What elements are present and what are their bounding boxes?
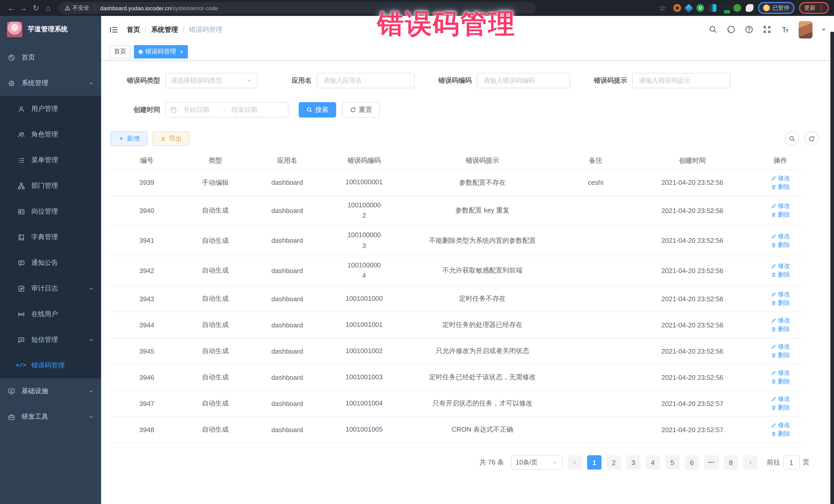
extension-icon-orange[interactable] (673, 4, 681, 12)
app-name-input[interactable] (318, 73, 413, 88)
user-avatar[interactable] (798, 21, 812, 38)
page-size-select[interactable]: 10条/页 (511, 456, 563, 470)
profile-paused-badge[interactable]: 已暂停 (758, 2, 794, 14)
error-hint-input[interactable] (634, 73, 729, 88)
sidebar-item-sms[interactable]: 短信管理 (0, 327, 101, 353)
extension-icon-on-badge[interactable]: on (721, 4, 729, 12)
edit-button[interactable]: 修改 (771, 343, 790, 351)
edit-button[interactable]: 修改 (771, 290, 790, 299)
sidebar-item-label: 首页 (22, 53, 35, 62)
sidebar-item-audit-log[interactable]: 审计日志 (0, 276, 101, 301)
page-button-1[interactable]: 1 (587, 456, 601, 470)
extension-icon-squares[interactable] (709, 4, 717, 12)
delete-button[interactable]: 删除 (771, 430, 790, 439)
error-type-select[interactable]: 请选择错误码类型 (165, 73, 258, 88)
edit-button[interactable]: 修改 (771, 232, 790, 241)
delete-button[interactable]: 删除 (771, 325, 790, 334)
delete-button[interactable]: 删除 (771, 377, 790, 386)
fullscreen-icon[interactable] (763, 25, 771, 34)
edit-button[interactable]: 修改 (771, 395, 790, 404)
page-button-6[interactable]: 6 (685, 456, 699, 470)
sidebar-item-org-tree[interactable]: 部门管理 (0, 173, 101, 199)
tag-error-code[interactable]: 错误码管理 × (134, 45, 188, 58)
refresh-table-icon[interactable] (804, 131, 819, 146)
edit-button[interactable]: 修改 (771, 421, 790, 430)
extension-icon-gem[interactable] (684, 4, 693, 12)
sidebar-item-dictionary[interactable]: 字典管理 (0, 224, 101, 250)
tag-home[interactable]: 首页 (109, 45, 131, 58)
forward-icon[interactable]: → (18, 4, 30, 12)
help-icon[interactable] (745, 25, 753, 34)
edit-button[interactable]: 修改 (771, 262, 790, 271)
bookmark-star-icon[interactable]: ☆ (656, 3, 669, 13)
sidebar-item-announcement[interactable]: 通知公告 (0, 250, 101, 276)
browser-menu-icon: ⋮ (818, 5, 824, 11)
breadcrumb-system[interactable]: 系统管理 (151, 25, 178, 34)
cell-hint: CRON 表达式不正确 (401, 417, 564, 443)
sidebar-item-id-badge[interactable]: 岗位管理 (0, 199, 101, 224)
sidebar-item-error-code[interactable]: </>错误码管理 (0, 353, 101, 378)
page-ellipsis[interactable]: ••• (704, 456, 719, 470)
export-button[interactable]: 导出 (152, 131, 190, 146)
address-bar[interactable]: 不安全 dashboard.yudao.iocoder.cn/system/er… (59, 2, 536, 14)
edit-button[interactable]: 修改 (771, 202, 790, 211)
header-search-icon[interactable] (709, 25, 718, 34)
delete-button[interactable]: 删除 (771, 271, 790, 280)
extension-icon-green-v[interactable]: V (697, 4, 704, 12)
show-search-toggle-icon[interactable] (785, 131, 799, 146)
extension-icon-key[interactable] (733, 4, 741, 12)
goto-page-input[interactable] (783, 456, 799, 470)
profile-avatar (763, 5, 770, 11)
date-range-picker[interactable]: - (165, 102, 288, 117)
edit-button[interactable]: 修改 (771, 369, 790, 377)
close-tag-icon[interactable]: × (180, 48, 183, 55)
user-menu-caret-icon[interactable] (822, 28, 826, 32)
sidebar-item-menu-list[interactable]: 菜单管理 (0, 147, 101, 173)
page-button-2[interactable]: 2 (607, 456, 621, 470)
error-code-input[interactable] (478, 73, 569, 88)
menu-list-icon (17, 156, 25, 164)
sidebar-item-infrastructure[interactable]: 基础设施 (0, 378, 101, 404)
delete-button[interactable]: 删除 (771, 299, 790, 308)
sidebar-item-dashboard[interactable]: 首页 (0, 45, 101, 70)
page-button-3[interactable]: 3 (626, 456, 640, 470)
page-button-5[interactable]: 5 (665, 456, 680, 470)
sidebar-item-user[interactable]: 用户管理 (0, 96, 101, 122)
breadcrumb-home[interactable]: 首页 (127, 25, 140, 34)
edit-button[interactable]: 修改 (771, 316, 790, 325)
browser-toolbar: ← → ↻ ⌂ 不安全 dashboard.yudao.iocoder.cn/s… (0, 0, 834, 16)
delete-button[interactable]: 删除 (771, 182, 790, 191)
reload-icon[interactable]: ↻ (30, 3, 42, 13)
delete-button[interactable]: 删除 (771, 211, 790, 219)
sidebar-item-dev-tools[interactable]: 研发工具 (0, 404, 101, 430)
sidebar-item-online-user[interactable]: 在线用户 (0, 301, 101, 327)
home-icon[interactable]: ⌂ (42, 4, 54, 12)
reset-button[interactable]: 重置 (342, 102, 380, 117)
github-icon[interactable] (727, 25, 736, 34)
add-button[interactable]: 新增 (110, 131, 147, 146)
extension-icon-puzzle[interactable] (746, 4, 753, 12)
prev-page-button[interactable] (568, 456, 582, 470)
edit-button[interactable]: 修改 (771, 174, 790, 182)
browser-scrollbar[interactable] (830, 32, 834, 504)
end-date-input[interactable] (226, 103, 270, 117)
sidebar-item-label: 字典管理 (31, 233, 58, 242)
delete-button[interactable]: 删除 (771, 351, 790, 360)
search-button[interactable]: 搜索 (299, 102, 336, 117)
sidebar-item-gear[interactable]: 系统管理 (0, 70, 101, 96)
cell-actions: 修改删除 (757, 417, 804, 443)
cell-created: 2021-04-20 23:52:56 (628, 196, 757, 225)
page-button-4[interactable]: 4 (646, 456, 660, 470)
sidebar-item-users[interactable]: 角色管理 (0, 122, 101, 147)
delete-button[interactable]: 删除 (771, 404, 790, 412)
font-size-icon[interactable] (781, 25, 789, 34)
start-date-input[interactable] (178, 103, 222, 117)
delete-button[interactable]: 删除 (771, 241, 790, 249)
cell-note: ceshi (564, 169, 628, 196)
next-page-button[interactable] (743, 456, 758, 470)
back-icon[interactable]: ← (5, 4, 18, 12)
app-logo-row[interactable]: 芋道管理系统 (0, 16, 101, 43)
collapse-sidebar-icon[interactable] (109, 25, 118, 34)
page-button-8[interactable]: 8 (724, 456, 738, 470)
browser-update-button[interactable]: 更新 ⋮ (799, 2, 829, 14)
